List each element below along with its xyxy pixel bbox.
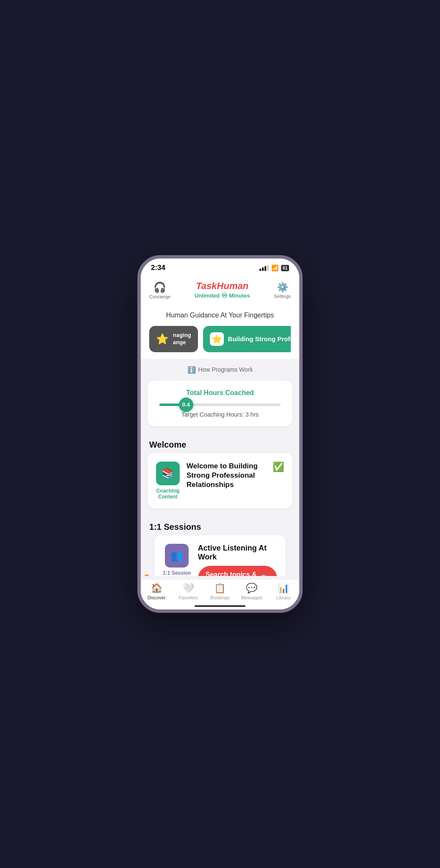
hours-current: 0.4 — [182, 401, 190, 408]
welcome-card-title: Welcome to Building Strong Professional … — [187, 462, 273, 490]
welcome-card-body: Welcome to Building Strong Professional … — [187, 462, 284, 490]
messages-icon: 💬 — [246, 583, 257, 594]
session-people-icon: 👥 — [170, 550, 183, 562]
guidance-section: Human Guidance At Your Fingertips ⭐ nagi… — [141, 305, 299, 359]
tab-messages-label: Messages — [241, 595, 262, 600]
session-icon-group: 👥 1:1 Session — [163, 544, 191, 576]
session-icon-label: 1:1 Session — [163, 570, 191, 576]
header-subtitle: Unlimited ♾ Minutes — [195, 292, 250, 300]
session-icon-box: 👥 — [165, 544, 189, 568]
phone-screen: 2:34 📶 61 🎧 Concierge Tas — [141, 259, 299, 609]
coaching-content-icon-group: 📚 CoachingContent — [156, 462, 180, 500]
settings-button[interactable]: ⚙️ Settings — [274, 282, 291, 299]
concierge-label: Concierge — [149, 294, 170, 299]
battery-icon: 61 — [281, 265, 289, 271]
tab-favorites[interactable]: 🤍 Favorites — [173, 583, 204, 600]
session-info: Active Listening At Work Search topics &… — [198, 544, 277, 576]
concierge-button[interactable]: 🎧 Concierge — [149, 281, 170, 299]
status-icons: 📶 61 — [259, 264, 289, 271]
session-card[interactable]: 👥 1:1 Session Active Listening At Work S… — [154, 535, 286, 576]
welcome-card-top: Welcome to Building Strong Professional … — [187, 462, 284, 490]
session-status-dot — [144, 574, 149, 576]
header-center: TaskHuman Unlimited ♾ Minutes — [195, 281, 250, 300]
status-bar: 2:34 📶 61 — [141, 259, 299, 277]
app-logo: TaskHuman — [196, 281, 248, 292]
search-topics-text: Search topics & coaches — [206, 571, 260, 576]
tab-favorites-label: Favorites — [179, 595, 198, 600]
hours-card: Total Hours Coached 0.4 Target Coaching … — [148, 381, 292, 426]
phone-frame: 2:34 📶 61 🎧 Concierge Tas — [137, 255, 303, 613]
program-card-prev-label: nagingange — [173, 332, 191, 346]
gear-icon: ⚙️ — [277, 282, 288, 293]
slider-thumb: 0.4 — [179, 398, 193, 412]
how-programs-section[interactable]: ℹ️ How Programs Work — [141, 359, 299, 381]
session-title: Active Listening At Work — [198, 544, 277, 562]
checkmark-icon: ✅ — [273, 462, 284, 473]
tab-library[interactable]: 📊 Library — [267, 583, 299, 600]
hours-card-title: Total Hours Coached — [156, 389, 284, 397]
tab-discover-label: Discover — [148, 595, 166, 600]
content-icon-label: CoachingContent — [156, 488, 180, 500]
how-programs-text: How Programs Work — [198, 366, 253, 373]
slider-track: 0.4 — [159, 403, 281, 406]
guidance-title: Human Guidance At Your Fingertips — [149, 312, 291, 319]
program-card-active[interactable]: ⭐ Building Strong Professional Relations… — [203, 326, 291, 352]
session-card-wrapper: 👥 1:1 Session Active Listening At Work S… — [148, 535, 292, 576]
content-icon-box: 📚 — [156, 462, 180, 485]
discover-icon: 🏠 — [151, 583, 162, 594]
search-topics-button[interactable]: Search topics & coaches 🔍 — [198, 566, 277, 576]
settings-label: Settings — [274, 294, 291, 299]
app-header: 🎧 Concierge TaskHuman Unlimited ♾ Minute… — [141, 277, 299, 305]
hours-slider: 0.4 — [159, 403, 281, 406]
subtitle-suffix: Minutes — [229, 292, 250, 299]
status-time: 2:34 — [151, 264, 165, 272]
wifi-icon: 📶 — [271, 264, 278, 271]
search-icon: 🔍 — [260, 574, 270, 576]
programs-carousel[interactable]: ⭐ nagingange ⭐ Building Strong Professio… — [149, 326, 291, 359]
tab-discover[interactable]: 🏠 Discover — [141, 583, 173, 600]
favorites-icon: 🤍 — [183, 583, 194, 594]
content-book-icon: 📚 — [162, 467, 174, 479]
home-indicator — [195, 605, 245, 607]
tab-bookings[interactable]: 📋 Bookings — [204, 583, 236, 600]
program-card-active-label: Building Strong Professional Relationshi… — [228, 335, 291, 343]
library-icon: 📊 — [278, 583, 289, 594]
main-content[interactable]: Human Guidance At Your Fingertips ⭐ nagi… — [141, 305, 299, 576]
headphone-icon: 🎧 — [153, 281, 166, 293]
sessions-section-header: 1:1 Sessions — [141, 515, 299, 535]
infinity-icon: ♾ — [221, 292, 227, 300]
tab-library-label: Library — [276, 595, 291, 600]
info-icon: ℹ️ — [187, 366, 196, 374]
tab-messages[interactable]: 💬 Messages — [236, 583, 267, 600]
star-icon-prev: ⭐ — [156, 333, 169, 345]
welcome-card[interactable]: 📚 CoachingContent Welcome to Building St… — [148, 453, 292, 509]
hours-target: Target Coaching Hours: 3 hrs — [156, 411, 284, 418]
star-icon-active: ⭐ — [210, 332, 224, 346]
signal-icon — [259, 265, 269, 271]
welcome-section-header: Welcome — [141, 433, 299, 453]
program-card-prev[interactable]: ⭐ nagingange — [149, 326, 198, 352]
subtitle-prefix: Unlimited — [195, 292, 220, 299]
bookings-icon: 📋 — [214, 583, 226, 594]
tab-bookings-label: Bookings — [210, 595, 229, 600]
